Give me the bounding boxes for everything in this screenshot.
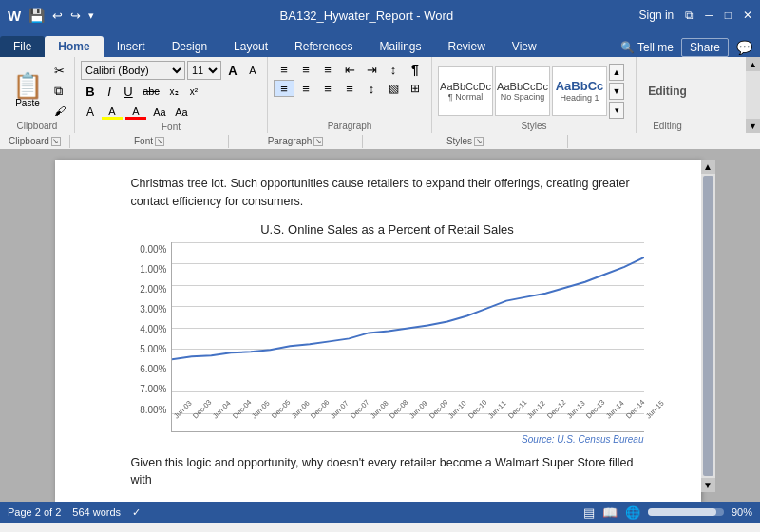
align-left-button[interactable]: ≡ [274, 80, 294, 97]
paragraph-section: ≡ ≡ ≡ ⇤ ⇥ ↕ ¶ ≡ ≡ ≡ ≡ ↕ ▧ ⊞ Paragraph [268, 57, 432, 133]
zoom-slider[interactable] [648, 508, 724, 516]
styles-scroll-up[interactable]: ▲ [609, 64, 624, 81]
tab-references[interactable]: References [281, 36, 366, 57]
shading-button[interactable]: ▧ [383, 80, 404, 97]
change-case-button[interactable]: Aa [172, 103, 191, 122]
font-grow-button[interactable]: A [223, 61, 242, 80]
tell-me-btn[interactable]: 🔍 Tell me [620, 41, 674, 54]
print-layout-icon[interactable]: ▤ [583, 505, 595, 520]
tab-file[interactable]: File [0, 36, 45, 57]
no-spacing-preview: AaBbCcDc [497, 81, 548, 92]
close-icon[interactable]: ✕ [743, 9, 752, 22]
body-text-bottom: Given this logic and opportunity, why do… [131, 454, 644, 490]
proofing-icon[interactable]: ✓ [132, 506, 141, 519]
numbering-button[interactable]: ≡ [295, 61, 316, 78]
justify-button[interactable]: ≡ [339, 80, 360, 97]
underline-button[interactable]: U [119, 82, 138, 101]
styles-more[interactable]: ▾ [609, 102, 624, 119]
tab-home[interactable]: Home [45, 36, 103, 57]
superscript-button[interactable]: x² [184, 82, 203, 101]
y-axis-label: 2.00% [140, 284, 166, 294]
bold-button[interactable]: B [81, 82, 100, 101]
styles-section: AaBbCcDc ¶ Normal AaBbCcDc No Spacing Aa… [432, 57, 636, 133]
chart-main: Jun-03Dec-03Jun-04Dec-04Jun-05Dec-05Jun-… [171, 242, 644, 432]
status-right: ▤ 📖 🌐 90% [583, 505, 752, 520]
y-axis-label: 5.00% [140, 344, 166, 354]
tab-mailings[interactable]: Mailings [366, 36, 434, 57]
scroll-thumb[interactable] [703, 176, 713, 476]
comment-icon[interactable]: 💬 [736, 40, 752, 55]
no-spacing-label: No Spacing [501, 92, 545, 102]
page-info: Page 2 of 2 [8, 506, 61, 518]
scroll-up-arrow[interactable]: ▲ [701, 160, 715, 174]
font-name-select[interactable]: Calibri (Body) [81, 61, 185, 80]
text-effects-button[interactable]: A [81, 103, 100, 122]
borders-button[interactable]: ⊞ [405, 80, 426, 97]
share-btn[interactable]: Share [681, 38, 729, 57]
style-heading1[interactable]: AaBbCc Heading 1 [552, 66, 607, 116]
minimize-icon[interactable]: ─ [705, 9, 713, 22]
tab-review[interactable]: Review [434, 36, 498, 57]
align-center-button[interactable]: ≡ [295, 80, 316, 97]
scroll-down-arrow[interactable]: ▼ [701, 478, 715, 492]
font-color-button[interactable]: A [124, 103, 147, 122]
tab-view[interactable]: View [499, 36, 550, 57]
tab-insert[interactable]: Insert [104, 36, 159, 57]
line-spacing-button[interactable]: ↕ [361, 80, 382, 97]
font-size-select[interactable]: 11 [187, 61, 221, 80]
body-text-top: Christmas tree lot. Such opportunities c… [131, 175, 644, 211]
font-aa-button[interactable]: Aa [148, 103, 171, 122]
normal-preview: AaBbCcDc [440, 81, 491, 92]
clipboard-expand[interactable]: ↘ [51, 137, 61, 146]
redo-icon[interactable]: ↪ [70, 9, 81, 23]
sort-button[interactable]: ↕ [383, 61, 404, 78]
subscript-button[interactable]: x₂ [164, 82, 183, 101]
tab-layout[interactable]: Layout [220, 36, 281, 57]
styles-expand[interactable]: ↘ [474, 137, 484, 146]
copy-button[interactable]: ⧉ [51, 82, 68, 101]
decrease-indent-button[interactable]: ⇤ [339, 61, 360, 78]
zoom-fill [648, 508, 716, 516]
para-expand[interactable]: ↘ [314, 137, 323, 146]
font-shrink-button[interactable]: A [244, 61, 261, 80]
styles-scroll-down[interactable]: ▼ [609, 83, 624, 100]
chart-container: U.S. Online Sales as a Percent of Retail… [131, 222, 644, 445]
maximize-icon[interactable]: □ [725, 9, 732, 22]
quick-save-icon[interactable]: 💾 [28, 8, 45, 23]
style-normal[interactable]: AaBbCcDc ¶ Normal [438, 66, 493, 116]
clipboard-section: 📋 Paste ✂ ⧉ 🖌 Clipboard [0, 57, 75, 133]
heading1-label: Heading 1 [560, 93, 598, 103]
chart-xaxis: Jun-03Dec-03Jun-04Dec-04Jun-05Dec-05Jun-… [172, 414, 644, 431]
highlight-button[interactable]: A [101, 103, 124, 122]
align-right-button[interactable]: ≡ [317, 80, 338, 97]
restore-window-icon[interactable]: ⧉ [685, 9, 694, 22]
chart-svg [172, 242, 644, 393]
read-mode-icon[interactable]: 📖 [602, 505, 618, 520]
normal-label: ¶ Normal [448, 92, 483, 102]
font-expand[interactable]: ↘ [155, 137, 164, 146]
ribbon-scroll-up[interactable]: ▲ [746, 57, 760, 71]
italic-button[interactable]: I [101, 82, 118, 101]
style-no-spacing[interactable]: AaBbCcDc No Spacing [495, 66, 550, 116]
y-axis-label: 8.00% [140, 405, 166, 415]
increase-indent-button[interactable]: ⇥ [361, 61, 382, 78]
doc-scrollbar[interactable]: ▲ ▼ [701, 160, 715, 492]
show-hide-button[interactable]: ¶ [405, 61, 426, 78]
font-section: Calibri (Body) 11 A A B I U abc x₂ x² A … [75, 57, 268, 133]
document-page[interactable]: Christmas tree lot. Such opportunities c… [55, 160, 701, 502]
zoom-level[interactable]: 90% [732, 506, 752, 518]
paste-button[interactable]: 📋 Paste [6, 68, 49, 113]
ribbon-scroll-down[interactable]: ▼ [746, 119, 760, 133]
signin-link[interactable]: Sign in [639, 9, 674, 22]
y-axis-label: 6.00% [140, 364, 166, 374]
bullets-button[interactable]: ≡ [274, 61, 294, 78]
ribbon-body: 📋 Paste ✂ ⧉ 🖌 Clipboard Calibri (Body) [0, 57, 760, 133]
undo-icon[interactable]: ↩ [52, 9, 63, 23]
format-painter-button[interactable]: 🖌 [51, 103, 68, 120]
cut-button[interactable]: ✂ [51, 62, 68, 80]
multilevel-button[interactable]: ≡ [317, 61, 338, 78]
tab-design[interactable]: Design [159, 36, 220, 57]
strikethrough-button[interactable]: abc [139, 82, 163, 101]
web-layout-icon[interactable]: 🌐 [625, 505, 640, 520]
chart-yaxis: 8.00%7.00%6.00%5.00%4.00%3.00%2.00%1.00%… [131, 242, 171, 432]
